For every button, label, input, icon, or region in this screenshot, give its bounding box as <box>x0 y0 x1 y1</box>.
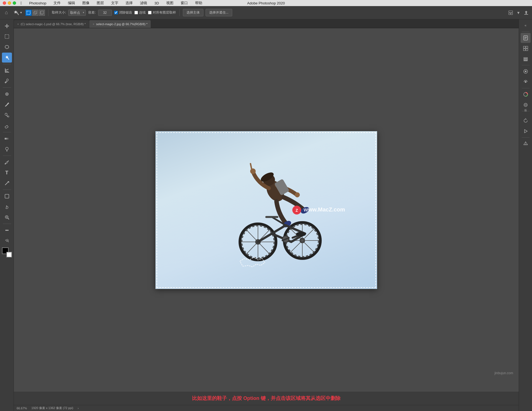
tool-shape[interactable] <box>2 191 12 201</box>
caption-bar: 比如这里的鞋子，点按 Option 键，并点击该区域将其从选区中删除 <box>14 392 519 405</box>
menu-3d[interactable]: 3D <box>153 1 160 6</box>
svg-line-25 <box>8 218 9 219</box>
svg-marker-75 <box>525 130 527 133</box>
anti-alias-group: 消除锯齿 <box>114 10 132 15</box>
tool-zoom[interactable] <box>2 212 12 222</box>
tool-hand[interactable] <box>2 202 12 212</box>
panel-actions-icon[interactable] <box>521 126 531 136</box>
contiguous-checkbox[interactable] <box>134 11 138 14</box>
menu-edit[interactable]: 编辑 <box>67 0 76 6</box>
panel-properties-icon[interactable] <box>521 66 531 76</box>
apple-icon[interactable]:  <box>21 1 22 5</box>
tool-healing[interactable] <box>2 89 12 99</box>
anti-alias-label: 消除锯齿 <box>119 10 132 15</box>
home-button[interactable]: ⌂ <box>2 9 11 17</box>
tab-1[interactable]: × (C) select-magic-1.psd @ 66.7% (tree, … <box>14 20 89 28</box>
tool-path-select[interactable] <box>2 178 12 188</box>
tool-eraser[interactable] <box>2 121 12 131</box>
menu-filter[interactable]: 滤镜 <box>139 0 148 6</box>
tool-pen[interactable] <box>2 157 12 167</box>
sample-size-dropdown-wrap[interactable]: 取样点 <box>68 10 86 16</box>
svg-text:www.MacZ.com: www.MacZ.com <box>303 206 345 213</box>
minimize-button[interactable] <box>8 1 11 5</box>
select-mask-button[interactable]: 选择并遮住... <box>206 9 232 16</box>
menu-select[interactable]: 选择 <box>124 0 134 6</box>
menu-layer[interactable]: 图层 <box>96 0 105 6</box>
panel-history-icon[interactable] <box>521 116 531 126</box>
panel-channels-icon[interactable] <box>521 100 531 110</box>
tool-crop[interactable] <box>2 66 12 76</box>
background-color[interactable] <box>6 252 12 257</box>
tool-lasso[interactable] <box>2 42 12 52</box>
tab-close-2[interactable]: × <box>93 23 94 26</box>
tool-clone[interactable] <box>2 110 12 120</box>
panel-layout-icon[interactable] <box>507 9 514 16</box>
title-bar:  Photoshop 文件 编辑 图像 图层 文字 选择 滤镜 3D 视图 窗… <box>0 0 532 6</box>
panel-swatches-icon[interactable] <box>521 89 531 99</box>
corner-watermark: jinbujun.com <box>495 371 513 375</box>
menu-window[interactable]: 窗口 <box>180 0 189 6</box>
share-icon[interactable] <box>523 9 530 16</box>
tool-move[interactable] <box>2 21 12 31</box>
svg-rect-63 <box>523 46 525 48</box>
maximize-button[interactable] <box>13 1 16 5</box>
menu-view[interactable]: 视图 <box>165 0 175 6</box>
tool-gradient[interactable] <box>2 134 12 144</box>
panel-adjustments-icon[interactable] <box>521 77 531 87</box>
color-swatches[interactable] <box>2 247 12 257</box>
tab-close-1[interactable]: × <box>17 23 19 26</box>
contiguous-label: 连续 <box>139 10 146 15</box>
tool-mode-selector[interactable]: ▼ <box>13 9 23 16</box>
subtract-selection-btn[interactable] <box>39 10 45 16</box>
tool-more[interactable]: ••• <box>2 225 12 235</box>
right-icon-group: ▼ <box>507 9 530 16</box>
svg-rect-10 <box>524 14 528 15</box>
sample-all-checkbox[interactable] <box>148 11 152 14</box>
new-selection-btn[interactable] <box>25 10 32 16</box>
menu-photoshop[interactable]: Photoshop <box>28 1 47 6</box>
sample-size-select[interactable]: 取样点 <box>68 10 86 16</box>
menu-file[interactable]: 文件 <box>52 0 62 6</box>
tool-swap-foreground-background[interactable] <box>2 236 12 246</box>
panel-learn-icon[interactable] <box>521 33 531 43</box>
svg-point-71 <box>525 71 526 72</box>
menu-bar:  Photoshop 文件 编辑 图像 图层 文字 选择 滤镜 3D 视图 窗… <box>21 0 203 6</box>
select-subject-button[interactable]: 选择主体 <box>183 9 203 16</box>
panel-layers-icon[interactable] <box>521 54 531 64</box>
chevron-down-options-icon[interactable]: ▼ <box>515 9 522 16</box>
right-panel: « <box>519 19 532 411</box>
tool-brush[interactable] <box>2 100 12 110</box>
sample-all-label: 对所有图层取样 <box>153 10 176 15</box>
menu-image[interactable]: 图像 <box>81 0 91 6</box>
svg-rect-67 <box>524 58 528 58</box>
sample-all-layers-group: 对所有图层取样 <box>148 10 176 15</box>
collapse-panel-button[interactable]: « <box>521 20 531 30</box>
add-selection-btn[interactable] <box>32 10 38 16</box>
tolerance-label: 容差: <box>88 10 96 15</box>
svg-rect-7 <box>509 11 513 12</box>
tool-magic-wand[interactable] <box>2 53 12 63</box>
arrow-icon[interactable]: › <box>78 407 79 410</box>
anti-alias-checkbox[interactable] <box>114 11 118 14</box>
menu-text[interactable]: 文字 <box>110 0 119 6</box>
tool-eyedropper[interactable] <box>2 76 12 86</box>
panel-3d-icon[interactable] <box>521 139 531 149</box>
svg-rect-69 <box>524 60 528 61</box>
tool-dodge[interactable] <box>2 144 12 154</box>
panel-libraries-icon[interactable] <box>521 43 531 53</box>
canvas-workspace[interactable]: Z www.MacZ.com jinbujun.com <box>14 28 519 392</box>
close-button[interactable] <box>3 1 6 5</box>
menu-help[interactable]: 帮助 <box>194 0 203 6</box>
tool-text[interactable]: T <box>2 168 12 178</box>
window-title: Adobe Photoshop 2020 <box>247 1 285 5</box>
svg-point-20 <box>6 147 8 150</box>
tolerance-input[interactable] <box>98 10 112 16</box>
svg-rect-66 <box>526 49 528 51</box>
chevron-down-icon: ▼ <box>20 11 22 14</box>
tool-marquee[interactable] <box>2 32 12 42</box>
svg-point-72 <box>525 81 526 83</box>
traffic-lights <box>3 1 16 5</box>
svg-rect-4 <box>34 11 37 14</box>
tab-2[interactable]: × select-magic-2.jpg @ 66.7%(RGB/8) * <box>89 20 151 28</box>
svg-rect-3 <box>34 12 36 14</box>
